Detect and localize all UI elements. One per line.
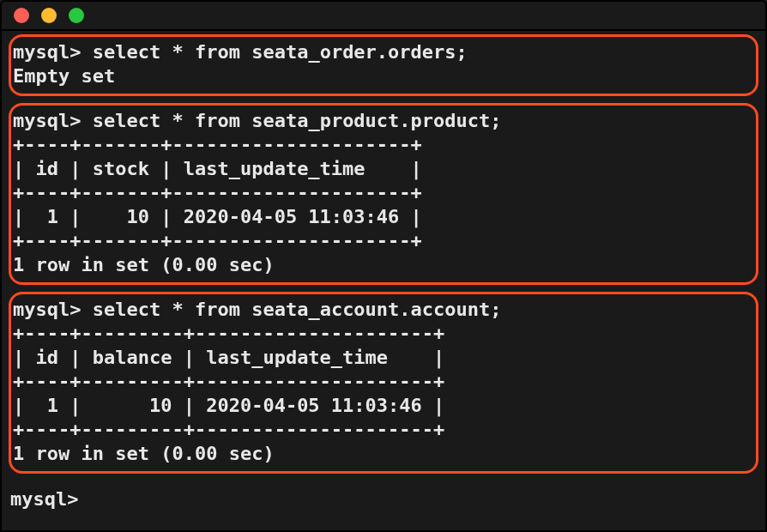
terminal-window: mysql> select * from seata_order.orders;… xyxy=(0,0,767,532)
table-header: | id | balance | last_update_time | xyxy=(13,346,751,370)
table-border: +----+-------+---------------------+ xyxy=(13,133,751,157)
maximize-icon[interactable] xyxy=(69,8,84,23)
query-text: select * from seata_account.account; xyxy=(93,299,502,320)
table-border: +----+-------+---------------------+ xyxy=(13,229,751,253)
highlight-box-account: mysql> select * from seata_account.accou… xyxy=(9,292,758,474)
highlight-box-orders: mysql> select * from seata_order.orders;… xyxy=(9,34,758,96)
minimize-icon[interactable] xyxy=(41,8,57,23)
query-line: mysql> select * from seata_product.produ… xyxy=(13,109,751,133)
terminal-body[interactable]: mysql> select * from seata_order.orders;… xyxy=(2,31,765,511)
query-line: mysql> select * from seata_order.orders; xyxy=(13,40,751,64)
highlight-box-product: mysql> select * from seata_product.produ… xyxy=(9,103,758,285)
query-text: select * from seata_order.orders; xyxy=(93,41,468,63)
prompt: mysql> xyxy=(13,299,81,320)
table-row: | 1 | 10 | 2020-04-05 11:03:46 | xyxy=(13,394,751,418)
titlebar xyxy=(2,2,765,31)
table-header: | id | stock | last_update_time | xyxy=(13,157,751,181)
prompt: mysql> xyxy=(13,41,81,63)
table-row: | 1 | 10 | 2020-04-05 11:03:46 | xyxy=(13,205,751,229)
prompt: mysql> xyxy=(13,110,81,131)
query-line: mysql> select * from seata_account.accou… xyxy=(13,298,751,322)
table-border: +----+---------+---------------------+ xyxy=(13,370,751,394)
result-summary: 1 row in set (0.00 sec) xyxy=(13,253,751,277)
query-text: select * from seata_product.product; xyxy=(93,110,502,131)
prompt: mysql> xyxy=(10,488,78,510)
table-border: +----+---------+---------------------+ xyxy=(13,418,751,442)
table-border: +----+---------+---------------------+ xyxy=(13,322,751,346)
result-empty: Empty set xyxy=(13,64,751,88)
table-border: +----+-------+---------------------+ xyxy=(13,181,751,205)
close-icon[interactable] xyxy=(14,8,29,23)
prompt-line[interactable]: mysql> xyxy=(9,487,758,511)
result-summary: 1 row in set (0.00 sec) xyxy=(13,442,751,466)
